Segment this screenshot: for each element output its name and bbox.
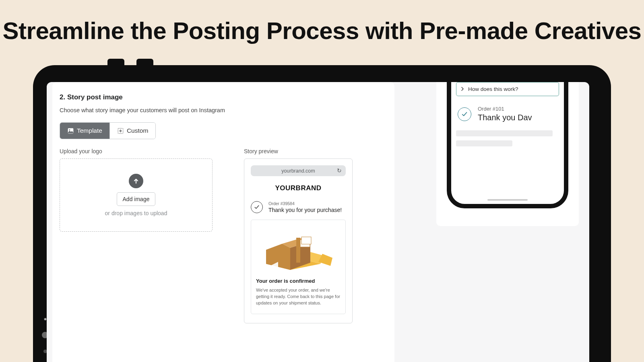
tab-custom-label: Custom: [127, 127, 148, 134]
check-circle-icon: [251, 201, 263, 213]
tab-template-label: Template: [77, 127, 102, 134]
svg-rect-8: [296, 238, 300, 263]
browser-url-bar: yourbrand.com ↻: [251, 165, 346, 176]
add-image-button[interactable]: Add image: [117, 192, 156, 206]
confirmed-title: Your order is confirmed: [256, 278, 341, 284]
skeleton-line: [456, 140, 512, 146]
tablet-screen: 2. Story post image Choose what story im…: [47, 82, 589, 362]
home-indicator: [487, 199, 528, 201]
drop-hint-text: or drop images to upload: [105, 210, 167, 216]
how-does-this-work-label: How does this work?: [468, 86, 518, 92]
url-text: yourbrand.com: [281, 168, 315, 174]
phone-order-number: Order #101: [478, 106, 532, 112]
camera-dot-icon: [44, 318, 47, 321]
package-illustration: [256, 226, 341, 274]
brand-logo: YOURBRAND: [251, 184, 346, 192]
upload-label: Upload your logo: [60, 148, 213, 154]
phone-thank-you: Thank you Dav: [478, 113, 532, 122]
order-confirm-row: Order #39584 Thank you for your purchase…: [251, 201, 346, 213]
mobile-preview-card: How does this work? Order #101 Thank you…: [436, 82, 579, 226]
image-type-tabs: Template Custom: [60, 122, 156, 139]
chevron-right-icon: [460, 86, 464, 92]
check-circle-icon: [458, 107, 471, 121]
thank-you-text: Thank you for your purchase!: [268, 207, 342, 213]
upload-arrow-icon: [129, 174, 143, 188]
logo-dropzone[interactable]: Add image or drop images to upload: [60, 158, 213, 232]
skeleton-line: [456, 130, 553, 136]
image-icon: [67, 128, 74, 134]
preview-label: Story preview: [244, 148, 353, 154]
tab-custom[interactable]: Custom: [110, 123, 155, 139]
svg-rect-10: [301, 237, 311, 244]
confirmed-body: We've accepted your order, and we're get…: [256, 287, 341, 306]
confirmation-inner-card: Your order is confirmed We've accepted y…: [251, 220, 346, 314]
reload-icon: ↻: [337, 167, 342, 174]
tab-template[interactable]: Template: [60, 123, 109, 139]
section-title: 2. Story post image: [60, 93, 387, 101]
tablet-frame: 2. Story post image Choose what story im…: [33, 65, 611, 362]
section-subtitle: Choose what story image your customers w…: [60, 107, 387, 113]
story-preview-card: yourbrand.com ↻ YOURBRAND Order #39584 T…: [244, 158, 353, 323]
how-does-this-work-row[interactable]: How does this work?: [456, 82, 559, 96]
tablet-buttons: [107, 59, 157, 67]
phone-mock: How does this work? Order #101 Thank you…: [447, 82, 568, 208]
custom-icon: [117, 128, 124, 134]
settings-card: 2. Story post image Choose what story im…: [52, 82, 394, 362]
svg-point-1: [69, 129, 70, 130]
hero-title: Streamline the Posting Process with Pre-…: [0, 0, 644, 45]
order-number: Order #39584: [268, 201, 342, 206]
phone-order-row: Order #101 Thank you Dav: [456, 106, 559, 122]
